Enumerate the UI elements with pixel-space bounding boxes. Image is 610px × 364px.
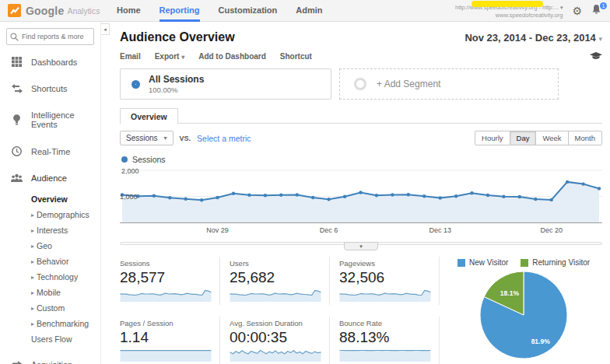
- legend-label: Returning Visitor: [532, 258, 590, 267]
- metric-card-avg-session-duration: Avg. Session Duration00:00:35: [230, 317, 330, 364]
- page-title: Audience Overview: [120, 30, 235, 44]
- data-point: [216, 196, 219, 199]
- sidebar-item-users-flow[interactable]: Users Flow: [0, 331, 100, 347]
- metric-label: Pageviews: [339, 257, 431, 268]
- data-point: [422, 194, 426, 198]
- summary-stats-row: Sessions28,577Users25,682Pageviews32,506…: [120, 250, 602, 364]
- metric-sparkline: [339, 289, 431, 302]
- data-point: [407, 193, 410, 196]
- top-bar: Google Analytics HomeReportingCustomizat…: [0, 0, 610, 22]
- data-point: [581, 182, 584, 185]
- action-export[interactable]: Export ▾: [155, 52, 184, 61]
- search-input[interactable]: [6, 28, 94, 45]
- expand-arrow-icon: ▸: [31, 320, 34, 327]
- expand-arrow-icon: ▸: [31, 243, 34, 250]
- pie-slice-value: 18.1%: [500, 289, 520, 297]
- data-point: [518, 195, 521, 198]
- nav-customization[interactable]: Customization: [219, 0, 278, 22]
- nav-home[interactable]: Home: [117, 0, 141, 22]
- metric-value: 32,506: [339, 269, 431, 286]
- data-point: [534, 198, 537, 201]
- expand-arrow-icon: ▸: [31, 258, 34, 265]
- brand-analytics: Analytics: [67, 6, 100, 16]
- add-segment-button[interactable]: + Add Segment: [339, 68, 559, 100]
- metric-dropdown[interactable]: Sessions ▾: [120, 131, 174, 145]
- data-point: [327, 198, 330, 201]
- metric-dropdown-value: Sessions: [126, 134, 158, 142]
- sidebar-item-demographics[interactable]: ▸Demographics: [0, 207, 100, 222]
- segment-name: All Sessions: [149, 74, 204, 86]
- select-a-metric-link[interactable]: Select a metric: [197, 134, 251, 143]
- action-email[interactable]: Email: [120, 52, 141, 61]
- settings-gear-icon[interactable]: ⚙: [572, 5, 582, 16]
- sidebar-item-audience[interactable]: Audience: [0, 165, 100, 191]
- metric-label: Bounce Rate: [339, 317, 431, 327]
- nav-reporting[interactable]: Reporting: [160, 0, 200, 22]
- granularity-week[interactable]: Week: [536, 131, 568, 145]
- report-search: [6, 28, 94, 45]
- sessions-chart-area: 2,0001,000Nov 29Dec 6Dec 13Dec 20 ▾: [120, 166, 602, 250]
- action-shortcut[interactable]: Shortcut: [280, 52, 312, 61]
- segment-all-sessions[interactable]: All Sessions 100.00%: [120, 68, 331, 100]
- x-tick-label: Dec 20: [540, 226, 563, 234]
- data-point: [152, 194, 156, 198]
- metric-card-users: Users25,682: [230, 257, 330, 305]
- notifications-bell-icon[interactable]: 1: [591, 4, 604, 18]
- chart-legend: Sessions: [120, 147, 602, 166]
- sidebar-item-overview[interactable]: Overview: [0, 191, 100, 207]
- metric-label: Avg. Session Duration: [230, 317, 321, 327]
- legend-new-visitor: New Visitor: [457, 258, 508, 267]
- metric-value: 00:00:35: [230, 329, 321, 346]
- granularity-month[interactable]: Month: [569, 131, 602, 145]
- sidebar-item-real-time[interactable]: Real-Time: [0, 138, 100, 165]
- sessions-line-chart: 2,0001,000Nov 29Dec 6Dec 13Dec 20: [120, 166, 602, 236]
- expand-arrow-icon: ▸: [31, 212, 34, 219]
- shortcuts-icon: [11, 84, 23, 93]
- sidebar-item-interests[interactable]: ▸Interests: [0, 222, 100, 238]
- education-cap-icon[interactable]: [590, 52, 602, 61]
- metric-picker-row: Sessions ▾ vs. Select a metric HourlyDay…: [120, 124, 602, 147]
- metric-value: 1.14: [120, 329, 212, 346]
- add-segment-label: + Add Segment: [377, 79, 440, 89]
- data-point: [200, 198, 203, 201]
- sidebar-item-benchmarking[interactable]: ▸Benchmarking: [0, 316, 100, 331]
- data-point: [264, 194, 267, 197]
- data-point: [375, 194, 378, 197]
- granularity-day[interactable]: Day: [510, 131, 537, 145]
- audience-icon: [11, 173, 23, 183]
- data-point: [184, 198, 188, 201]
- sidebar-item-mobile[interactable]: ▸Mobile: [0, 285, 100, 300]
- segments-row: All Sessions 100.00% + Add Segment: [120, 67, 602, 107]
- sidebar-item-custom[interactable]: ▸Custom: [0, 300, 100, 316]
- chart-collapse-tab[interactable]: ▾: [344, 242, 378, 250]
- sidebar-item-technology[interactable]: ▸Technology: [0, 269, 100, 285]
- chart-scrollbar[interactable]: ▾: [120, 240, 602, 250]
- metric-card-pageviews: Pageviews32,506: [339, 257, 440, 305]
- main-content: Audience Overview Nov 23, 2014 - Dec 23,…: [101, 22, 610, 364]
- metric-label: Pages / Session: [120, 317, 212, 327]
- granularity-hourly[interactable]: Hourly: [475, 131, 510, 145]
- sidebar-item-shortcuts[interactable]: Shortcuts: [0, 75, 100, 102]
- analytics-logo-icon: [8, 4, 21, 17]
- pie-slice-value: 81.9%: [531, 338, 551, 345]
- date-range-selector[interactable]: Nov 23, 2014 - Dec 23, 2014 ▾: [465, 32, 602, 44]
- metric-card-bounce-rate: Bounce Rate88.13%: [339, 317, 440, 364]
- legend-returning-visitor: Returning Visitor: [521, 258, 590, 267]
- top-nav: HomeReportingCustomizationAdmin: [117, 0, 323, 22]
- sidebar-item-geo[interactable]: ▸Geo: [0, 238, 100, 254]
- dashboards-icon: [11, 57, 23, 67]
- nav-admin[interactable]: Admin: [296, 0, 322, 22]
- sidebar-collapse-handle[interactable]: ◂: [101, 23, 110, 35]
- sidebar-item-dashboards[interactable]: Dashboards: [0, 48, 100, 75]
- caret-down-icon: ▾: [164, 135, 167, 142]
- sidebar-item-intelligence-events[interactable]: Intelligence Events: [0, 102, 100, 138]
- add-segment-circle-icon: [354, 78, 366, 90]
- sessions-area-fill: [122, 182, 599, 222]
- data-point: [343, 195, 346, 198]
- action-add-to-dashboard[interactable]: Add to Dashboard: [198, 52, 266, 61]
- tab-overview[interactable]: Overview: [120, 108, 178, 124]
- sidebar-item-behavior[interactable]: ▸Behavior: [0, 254, 100, 269]
- metric-value: 88.13%: [339, 329, 431, 346]
- data-point: [566, 180, 569, 184]
- sidebar-item-acquisition[interactable]: Acquisition: [0, 351, 100, 364]
